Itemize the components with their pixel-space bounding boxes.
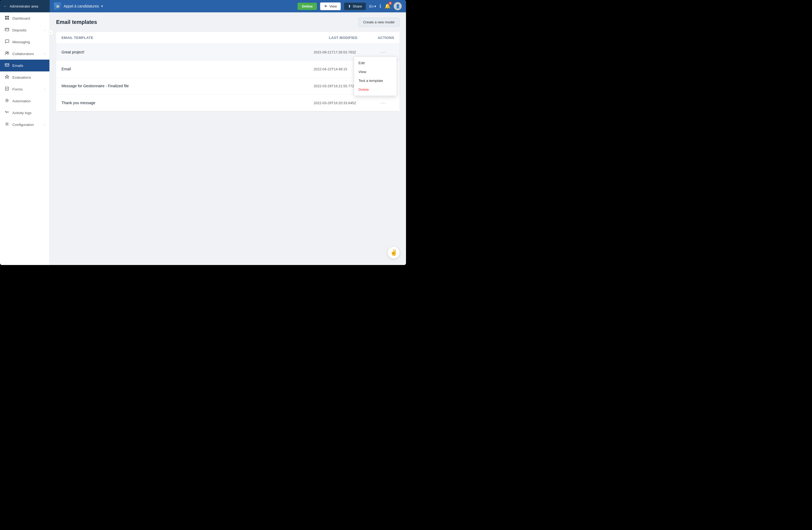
svg-rect-3	[7, 18, 9, 19]
sidebar-item-label-emails: Emails	[12, 64, 45, 68]
collaborators-chevron-icon: ›	[44, 52, 45, 55]
share-icon: ⬆	[348, 4, 351, 8]
evaluations-icon	[4, 75, 10, 80]
table-row: Email 2022-04-22T14:48:15 ···	[56, 61, 400, 78]
svg-point-10	[6, 100, 8, 101]
share-button[interactable]: ⬆ Share	[344, 2, 366, 10]
template-name: Message for Gestionnaire - Finalized fil…	[61, 84, 314, 88]
sidebar-item-dashboard[interactable]: Dashboard	[0, 12, 49, 24]
sidebar-item-deposits[interactable]: Deposits ›	[0, 24, 49, 36]
email-templates-table: Email template Last modified Actions Gre…	[56, 32, 400, 111]
actions-dropdown: Edit View Test a template Delete	[354, 57, 397, 96]
sidebar-item-evaluations[interactable]: Evaluations	[0, 71, 49, 83]
create-new-model-button[interactable]: Create a new model	[358, 18, 400, 27]
dashboard-icon	[4, 16, 10, 21]
page-header: Email templates Create a new model	[56, 18, 400, 27]
view-button[interactable]: 👁 View	[320, 2, 341, 10]
svg-point-5	[6, 51, 7, 53]
template-name: Thank you message	[61, 101, 314, 105]
header-actions: Actions	[373, 36, 394, 40]
project-name: Appel à candidatures	[64, 4, 99, 8]
deposits-icon	[4, 27, 10, 33]
forms-icon	[4, 86, 10, 92]
forms-chevron-icon: ›	[44, 88, 45, 91]
sidebar-item-label-forms: Forms	[12, 87, 41, 91]
sidebar-item-label-automation: Automation	[12, 99, 45, 103]
notifications-button[interactable]: 🔔 6	[385, 3, 390, 9]
table-header: Email template Last modified Actions	[56, 32, 400, 44]
template-name: Email	[61, 67, 314, 71]
eye-icon: 👁	[324, 4, 328, 8]
sidebar-item-label-messaging: Messaging	[12, 40, 45, 44]
notification-badge: 6	[389, 2, 392, 5]
language-selector[interactable]: En ▾	[369, 4, 376, 8]
dropdown-edit[interactable]: Edit	[354, 59, 396, 68]
user-avatar[interactable]: 👤	[394, 2, 402, 10]
project-selector[interactable]: 🏢 Appel à candidatures ▾	[54, 2, 103, 10]
header-last-modified: Last modified	[314, 36, 373, 40]
sidebar: ‹ Dashboard Deposits › Messaging	[0, 12, 50, 265]
svg-rect-7	[5, 64, 9, 66]
row-actions-cell: ···	[373, 99, 394, 106]
sidebar-item-label-dashboard: Dashboard	[12, 16, 45, 20]
svg-rect-1	[7, 16, 9, 17]
sidebar-item-activity-logs[interactable]: Activity logs	[0, 107, 49, 119]
admin-area-label: Administrator area	[10, 4, 38, 8]
sidebar-collapse-button[interactable]: ‹	[48, 30, 53, 35]
collaborators-icon	[4, 51, 10, 56]
table-row: Message for Gestionnaire - Finalized fil…	[56, 78, 400, 94]
template-date: 2022-09-21T17:26:53.763Z	[314, 50, 373, 54]
online-button[interactable]: Online	[298, 3, 317, 10]
template-date: 2022-03-29T16:20:33.645Z	[314, 101, 373, 105]
sidebar-item-label-activity-logs: Activity logs	[12, 111, 45, 115]
sidebar-item-label-configuration: Configuration	[12, 123, 41, 127]
chevron-down-icon: ▾	[101, 4, 103, 8]
svg-rect-0	[5, 16, 7, 17]
sidebar-item-automation[interactable]: Automation	[0, 95, 49, 107]
emails-icon	[4, 63, 10, 68]
table-row: Thank you message 2022-03-29T16:20:33.64…	[56, 94, 400, 111]
admin-area-button[interactable]: ← Administrator area	[0, 0, 50, 12]
dropdown-test-template[interactable]: Test a template	[354, 76, 396, 85]
header-email-template: Email template	[61, 36, 314, 40]
floating-chat-button[interactable]: ✌	[388, 247, 400, 259]
actions-menu-button[interactable]: ···	[378, 48, 388, 56]
project-avatar: 🏢	[54, 2, 61, 10]
automation-icon	[4, 98, 10, 104]
lang-chevron-icon: ▾	[374, 4, 376, 8]
template-name: Great project!	[61, 50, 314, 54]
sidebar-item-label-deposits: Deposits	[12, 28, 41, 32]
svg-marker-8	[5, 75, 9, 78]
sidebar-item-messaging[interactable]: Messaging	[0, 36, 49, 48]
sidebar-item-collaborators[interactable]: Collaborators ›	[0, 48, 49, 60]
svg-rect-4	[5, 28, 9, 31]
table-row: Great project! 2022-09-21T17:26:53.763Z …	[56, 44, 400, 61]
back-icon: ←	[3, 4, 8, 9]
dropdown-delete[interactable]: Delete	[354, 85, 396, 94]
deposits-chevron-icon: ›	[44, 28, 45, 32]
sidebar-item-label-evaluations: Evaluations	[12, 75, 45, 79]
row-actions-cell: ··· Edit View Test a template Delete	[373, 48, 394, 56]
sidebar-item-emails[interactable]: Emails	[0, 60, 49, 71]
activity-logs-icon	[4, 110, 10, 116]
dropdown-view[interactable]: View	[354, 68, 396, 76]
svg-point-11	[6, 123, 8, 125]
page-title: Email templates	[56, 19, 97, 25]
info-button[interactable]: ℹ	[379, 3, 381, 9]
sidebar-item-configuration[interactable]: Configuration ›	[0, 119, 49, 131]
svg-rect-2	[5, 18, 7, 19]
actions-menu-button[interactable]: ···	[378, 99, 388, 106]
sidebar-item-label-collaborators: Collaborators	[12, 52, 41, 56]
svg-point-6	[8, 52, 9, 53]
configuration-chevron-icon: ›	[44, 123, 45, 126]
sidebar-item-forms[interactable]: Forms ›	[0, 83, 49, 95]
messaging-icon	[4, 39, 10, 45]
configuration-icon	[4, 122, 10, 127]
content-area: Email templates Create a new model Email…	[50, 12, 406, 265]
